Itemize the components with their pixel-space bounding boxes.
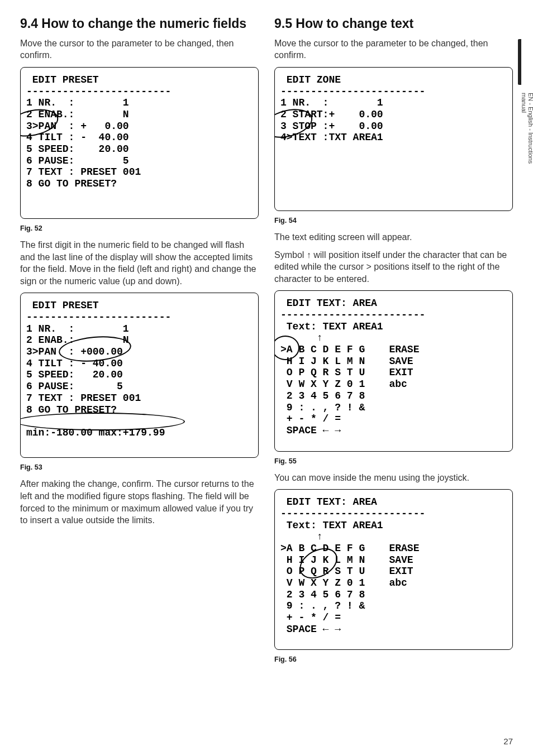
fig-56-caption: Fig. 56 xyxy=(274,655,513,663)
para-after-fig53: After making the change, confirm. The cu… xyxy=(20,478,259,526)
fig-55-caption: Fig. 55 xyxy=(274,457,513,465)
fig-55-screen: EDIT TEXT: AREA ------------------------… xyxy=(274,290,513,451)
section-9-5-heading: 9.5 How to change text xyxy=(274,16,513,32)
side-tab-bar xyxy=(518,39,521,85)
side-tab: EN - English - Instructions manual xyxy=(517,39,533,184)
fig-52-screen: EDIT PRESET ------------------------ 1 N… xyxy=(20,67,259,219)
fig-55-text: EDIT TEXT: AREA ------------------------… xyxy=(280,298,507,436)
para-55: You can move inside the menu using the j… xyxy=(274,472,513,484)
section-9-4-intro: Move the cursor to the parameter to be c… xyxy=(20,37,259,61)
section-9-5-intro: Move the cursor to the parameter to be c… xyxy=(274,37,513,61)
fig-53-caption: Fig. 53 xyxy=(20,463,259,471)
fig-53-screen: EDIT PRESET ------------------------ 1 N… xyxy=(20,293,259,458)
fig-54-screen: EDIT ZONE ------------------------ 1 NR.… xyxy=(274,67,513,211)
fig-56-screen: EDIT TEXT: AREA ------------------------… xyxy=(274,489,513,650)
fig-52-text: EDIT PRESET ------------------------ 1 N… xyxy=(26,74,253,190)
page-number: 27 xyxy=(503,736,513,746)
section-9-4-heading: 9.4 How to change the numeric fields xyxy=(20,16,259,32)
para-54b: Symbol ↑ will position itself under the … xyxy=(274,249,513,285)
side-tab-label: EN - English - Instructions manual xyxy=(521,93,533,184)
para-after-fig52: The first digit in the numeric field to … xyxy=(20,239,259,287)
page-content: 9.4 How to change the numeric fields Mov… xyxy=(0,0,533,741)
left-column: 9.4 How to change the numeric fields Mov… xyxy=(20,16,259,730)
right-column: 9.5 How to change text Move the cursor t… xyxy=(274,16,513,730)
fig-54-text: EDIT ZONE ------------------------ 1 NR.… xyxy=(280,74,507,143)
fig-54-caption: Fig. 54 xyxy=(274,217,513,224)
para-54a: The text editing screen will appear. xyxy=(274,231,513,243)
fig-52-caption: Fig. 52 xyxy=(20,224,259,232)
